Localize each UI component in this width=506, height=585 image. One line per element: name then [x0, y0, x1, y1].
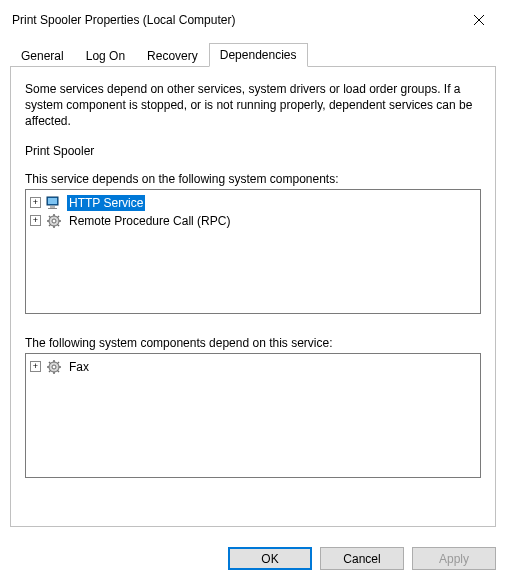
apply-button[interactable]: Apply: [412, 547, 496, 570]
tab-strip: General Log On Recovery Dependencies: [10, 42, 496, 67]
depends-on-tree[interactable]: + HTTP Service +: [25, 189, 481, 314]
computer-icon: [46, 195, 62, 211]
tab-general[interactable]: General: [10, 44, 75, 67]
svg-line-23: [58, 370, 60, 372]
svg-line-22: [49, 362, 51, 364]
svg-line-14: [58, 216, 60, 218]
titlebar: Print Spooler Properties (Local Computer…: [0, 0, 506, 38]
tab-log-on[interactable]: Log On: [75, 44, 136, 67]
window-title: Print Spooler Properties (Local Computer…: [12, 13, 235, 27]
expand-icon[interactable]: +: [30, 361, 41, 372]
service-name: Print Spooler: [25, 144, 481, 158]
gear-icon: [46, 213, 62, 229]
svg-line-12: [49, 216, 51, 218]
svg-rect-4: [50, 206, 55, 208]
svg-rect-3: [48, 198, 57, 204]
depends-on-label: This service depends on the following sy…: [25, 172, 481, 186]
dependencies-description: Some services depend on other services, …: [25, 81, 481, 130]
tree-item[interactable]: + Fax: [30, 358, 476, 376]
tree-item-label: Remote Procedure Call (RPC): [67, 213, 232, 229]
svg-line-25: [49, 370, 51, 372]
content-area: General Log On Recovery Dependencies Som…: [0, 38, 506, 537]
gear-icon: [46, 359, 62, 375]
tree-item[interactable]: + HTTP Service: [30, 194, 476, 212]
tab-dependencies[interactable]: Dependencies: [209, 43, 308, 67]
svg-point-7: [52, 219, 56, 223]
dependencies-panel: Some services depend on other services, …: [10, 67, 496, 527]
depended-by-label: The following system components depend o…: [25, 336, 481, 350]
svg-line-13: [58, 224, 60, 226]
close-button[interactable]: [464, 8, 494, 32]
tab-recovery[interactable]: Recovery: [136, 44, 209, 67]
depended-by-tree[interactable]: + Fax: [25, 353, 481, 478]
tree-item-label: HTTP Service: [67, 195, 145, 211]
expand-icon[interactable]: +: [30, 215, 41, 226]
svg-line-24: [58, 362, 60, 364]
close-icon: [474, 15, 484, 25]
svg-point-17: [52, 365, 56, 369]
tree-item[interactable]: + Remote Procedure Call (RPC): [30, 212, 476, 230]
ok-button[interactable]: OK: [228, 547, 312, 570]
expand-icon[interactable]: +: [30, 197, 41, 208]
svg-rect-5: [48, 208, 57, 209]
tree-item-label: Fax: [67, 359, 91, 375]
cancel-button[interactable]: Cancel: [320, 547, 404, 570]
svg-line-15: [49, 224, 51, 226]
dialog-button-row: OK Cancel Apply: [0, 537, 506, 570]
